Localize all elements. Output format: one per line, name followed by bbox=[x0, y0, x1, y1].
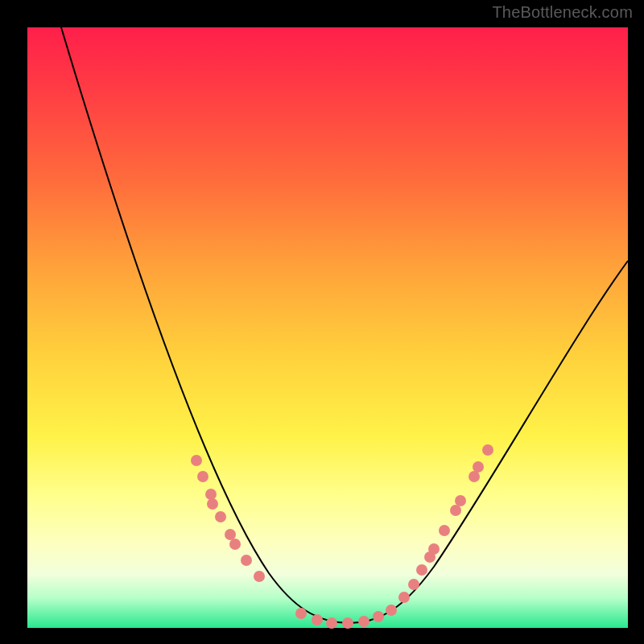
data-point bbox=[386, 605, 397, 616]
data-point bbox=[312, 614, 323, 625]
data-point bbox=[254, 571, 265, 582]
data-point bbox=[342, 617, 353, 629]
data-point bbox=[408, 579, 419, 590]
data-point bbox=[326, 617, 337, 629]
data-point bbox=[229, 539, 241, 550]
data-point bbox=[473, 461, 484, 473]
data-point bbox=[197, 471, 208, 482]
data-points bbox=[191, 444, 493, 629]
data-point bbox=[205, 489, 217, 500]
data-point bbox=[439, 525, 450, 536]
chart-frame: TheBottleneck.com bbox=[0, 0, 644, 644]
data-point bbox=[416, 564, 427, 576]
data-point bbox=[428, 543, 440, 555]
data-point bbox=[358, 616, 369, 627]
chart-overlay bbox=[27, 27, 628, 628]
bottleneck-curve bbox=[61, 27, 628, 623]
data-point bbox=[469, 471, 480, 482]
watermark-text: TheBottleneck.com bbox=[492, 3, 633, 22]
data-point bbox=[207, 498, 218, 510]
data-point bbox=[482, 444, 493, 456]
data-point bbox=[398, 592, 410, 603]
data-point bbox=[450, 505, 461, 516]
data-point bbox=[215, 511, 226, 522]
data-point bbox=[225, 529, 236, 540]
data-point bbox=[295, 608, 307, 619]
data-point bbox=[373, 611, 384, 622]
data-point bbox=[241, 555, 252, 566]
data-point bbox=[191, 455, 202, 466]
data-point bbox=[455, 495, 466, 506]
